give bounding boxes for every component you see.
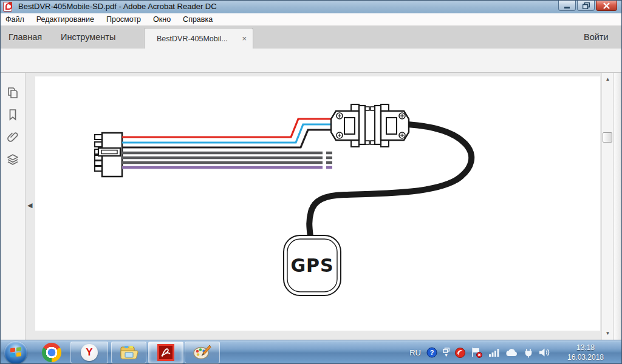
page-thumbnails-button[interactable] <box>6 86 19 99</box>
title-bar: BestDVR-405Mobile-SD.pdf - Adobe Acrobat… <box>0 0 622 13</box>
db9-male-connector <box>371 104 409 147</box>
bookmarks-button[interactable] <box>6 108 19 121</box>
main-toolbar: / 66 103% ▼ <box>0 49 622 73</box>
acrobat-icon <box>157 344 174 361</box>
language-indicator[interactable]: RU <box>409 348 421 357</box>
tab-bar: Главная Инструменты BestDVR-405Mobil... … <box>0 25 622 49</box>
speaker-icon[interactable] <box>539 348 550 357</box>
attachments-button[interactable] <box>6 130 19 143</box>
close-button[interactable] <box>596 1 617 11</box>
taskbar-acrobat-button[interactable] <box>148 342 183 363</box>
scroll-down-icon[interactable]: ▼ <box>602 331 613 336</box>
plug-icon[interactable] <box>524 348 533 358</box>
explorer-icon <box>119 345 138 360</box>
scroll-up-icon[interactable]: ▲ <box>602 76 613 82</box>
taskbar-yandex-button[interactable]: Y <box>70 342 108 363</box>
gps-antenna: GPS <box>284 235 341 295</box>
sign-in-button[interactable]: Войти <box>584 25 609 49</box>
navigation-rail <box>0 73 26 340</box>
hidden-icons-button[interactable]: ▾ <box>443 348 449 358</box>
network-signal-icon[interactable] <box>488 348 499 357</box>
restore-button[interactable] <box>577 1 595 11</box>
vertical-scrollbar[interactable]: ▲ ▼ <box>601 73 613 340</box>
taskbar-paint-button[interactable] <box>185 342 220 363</box>
menu-file[interactable]: Файл <box>5 15 24 24</box>
windows-taskbar: Y <box>0 340 622 364</box>
layers-icon <box>6 153 19 166</box>
tab-close-icon[interactable]: × <box>242 34 247 43</box>
menu-help[interactable]: Справка <box>183 15 213 24</box>
tab-home[interactable]: Главная <box>9 25 42 49</box>
chevron-down-icon: ▾ <box>445 353 447 358</box>
clock-time: 13:18 <box>558 343 613 352</box>
taskbar-clock[interactable]: 13:18 16.03.2018 <box>558 343 613 362</box>
clock-date: 16.03.2018 <box>558 352 613 362</box>
menu-window[interactable]: Окно <box>153 15 171 24</box>
scrollbar-thumb[interactable] <box>603 132 612 143</box>
cloud-icon[interactable] <box>505 348 518 357</box>
close-icon <box>603 2 610 9</box>
db9-female-connector <box>331 104 369 147</box>
document-viewport[interactable]: ◀ <box>26 73 601 340</box>
gps-label: GPS <box>290 255 333 276</box>
menu-view[interactable]: Просмотр <box>106 15 141 24</box>
window-title: BestDVR-405Mobile-SD.pdf - Adobe Acrobat… <box>18 2 217 11</box>
gps-cable <box>309 124 471 237</box>
minimize-button[interactable] <box>558 1 576 11</box>
gps-cable-diagram: GPS <box>26 73 601 340</box>
chrome-icon[interactable] <box>42 343 61 362</box>
attachments-icon <box>6 130 19 143</box>
pdf-app-icon <box>3 2 12 12</box>
antivirus-icon[interactable] <box>455 348 465 358</box>
minimize-icon <box>564 3 570 8</box>
acrobat-window: BestDVR-405Mobile-SD.pdf - Adobe Acrobat… <box>0 0 622 364</box>
action-center-flag-icon[interactable] <box>471 347 483 358</box>
tools-pane-collapsed[interactable] <box>613 73 622 340</box>
wire-bundle <box>122 119 332 167</box>
page-thumbnails-icon <box>6 86 19 99</box>
menu-bar: Файл Редактирование Просмотр Окно Справк… <box>0 13 622 25</box>
menu-edit[interactable]: Редактирование <box>36 15 94 24</box>
help-tray-icon[interactable]: ? <box>426 347 437 358</box>
tab-document[interactable]: BestDVR-405Mobil... × <box>144 28 253 49</box>
system-tray: RU ? ▾ <box>409 340 550 364</box>
bookmarks-icon <box>6 108 19 121</box>
tab-document-label: BestDVR-405Mobil... <box>157 35 237 43</box>
start-orb-icon[interactable] <box>4 341 27 364</box>
molex-connector <box>95 133 122 177</box>
restore-icon <box>583 2 590 9</box>
windows-flag-icon <box>4 341 27 364</box>
paint-icon <box>193 344 212 361</box>
layers-button[interactable] <box>6 153 19 166</box>
svg-text:?: ? <box>430 349 434 356</box>
taskbar-explorer-button[interactable] <box>111 342 146 363</box>
yandex-icon: Y <box>81 344 98 361</box>
tab-tools[interactable]: Инструменты <box>61 25 115 49</box>
wire-blue <box>122 124 332 143</box>
